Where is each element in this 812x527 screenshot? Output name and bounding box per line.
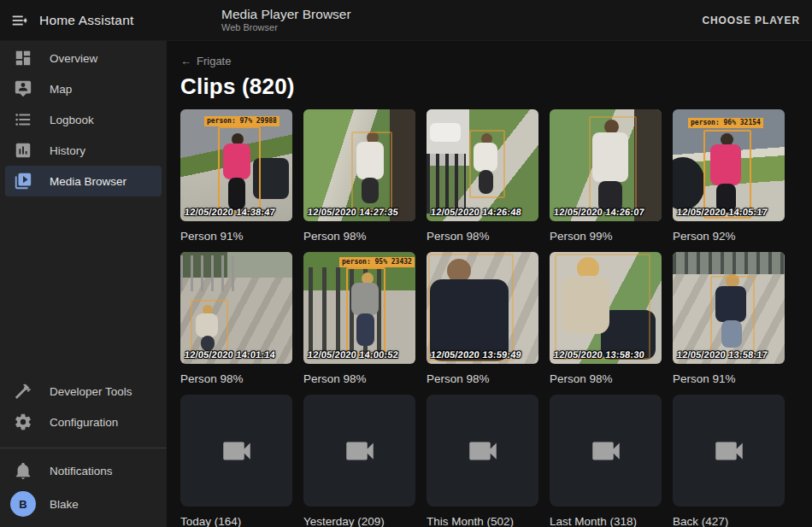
clip-item[interactable]: 12/05/2020 14:26:07 Person 99% [550, 109, 662, 245]
clip-thumbnail[interactable]: 12/05/2020 13:58:30 [550, 252, 662, 364]
timestamp-overlay: 12/05/2020 14:01:14 [184, 349, 275, 360]
timestamp-overlay: 12/05/2020 14:27:35 [307, 207, 398, 217]
clip-item[interactable]: 12/05/2020 14:01:14 Person 98% [180, 252, 292, 388]
folder-item[interactable]: Today (164) [180, 395, 292, 527]
video-camera-icon [342, 433, 378, 469]
app-header: Home Assistant Media Player Browser Web … [0, 0, 812, 41]
clip-item[interactable]: 12/05/2020 14:26:48 Person 98% [427, 109, 538, 245]
sidebar-divider [0, 448, 167, 448]
chart-box-icon [14, 141, 32, 160]
detection-label: person: 95% 23432 [339, 257, 415, 267]
detection-bounding-box [218, 126, 261, 214]
sidebar-item-label: Notifications [50, 465, 113, 477]
clip-thumbnail[interactable]: 12/05/2020 13:59:49 [427, 252, 538, 364]
clip-thumbnail[interactable]: person: 97% 29988 12/05/2020 14:38:47 [180, 109, 292, 221]
sidebar-item-developer-tools[interactable]: Developer Tools [5, 376, 162, 407]
media-player-subtitle: Web Browser [221, 22, 351, 33]
choose-player-button[interactable]: CHOOSE PLAYER [702, 15, 800, 26]
clip-thumbnail[interactable]: 12/05/2020 14:01:14 [180, 252, 292, 364]
clip-thumbnail[interactable]: 12/05/2020 13:58:17 [673, 252, 785, 364]
clip-item[interactable]: person: 97% 29988 12/05/2020 14:38:47 Pe… [180, 109, 292, 245]
timestamp-overlay: 12/05/2020 13:58:17 [676, 349, 768, 360]
clip-item[interactable]: 12/05/2020 13:58:30 Person 98% [550, 252, 662, 388]
folder-card[interactable] [550, 395, 662, 507]
page-title: Clips (820) [180, 73, 798, 100]
sidebar-item-media-browser[interactable]: Media Browser [5, 166, 162, 196]
detection-bounding-box [589, 116, 637, 215]
sidebar-item-history[interactable]: History [5, 135, 162, 166]
folder-item[interactable]: Yesterday (209) [303, 395, 415, 527]
detection-bounding-box [469, 130, 505, 198]
timestamp-overlay: 12/05/2020 13:58:30 [553, 349, 644, 360]
clip-item[interactable]: person: 96% 32154 12/05/2020 14:05:17 Pe… [673, 109, 785, 245]
sidebar-item-notifications[interactable]: Notifications [5, 455, 162, 486]
detection-bounding-box [703, 130, 751, 219]
clip-caption: Person 98% [550, 371, 662, 388]
video-camera-icon [711, 433, 747, 469]
sidebar-item-label: Overview [50, 52, 97, 65]
sidebar-item-logbook[interactable]: Logbook [5, 104, 162, 135]
back-arrow-icon [180, 55, 191, 67]
clip-thumbnail[interactable]: 12/05/2020 14:26:07 [550, 109, 662, 221]
clip-item[interactable]: person: 95% 23432 12/05/2020 14:00:52 Pe… [303, 252, 415, 388]
clip-thumbnail[interactable]: 12/05/2020 14:27:35 [303, 109, 415, 221]
sidebar-item-label: Configuration [50, 416, 118, 429]
list-bulleted-icon [14, 110, 32, 129]
sidebar-toggle-button[interactable] [0, 0, 39, 41]
folder-caption: Back (427) [673, 513, 785, 527]
clip-thumbnail[interactable]: 12/05/2020 14:26:48 [427, 109, 538, 221]
video-camera-icon [465, 433, 501, 469]
detection-bounding-box [428, 254, 514, 361]
sidebar-item-label: Map [50, 83, 72, 96]
media-browser-content: Frigate Clips (820) person: 97% 29988 12… [167, 41, 812, 527]
clip-caption: Person 99% [550, 228, 662, 245]
scene-prop [430, 123, 461, 142]
detection-label: person: 97% 29988 [204, 116, 279, 126]
detection-bounding-box [346, 267, 385, 354]
map-account-icon [14, 79, 32, 98]
sidebar-item-map[interactable]: Map [5, 73, 162, 104]
folder-caption: Yesterday (209) [303, 513, 415, 527]
clip-caption: Person 98% [303, 371, 415, 388]
sidebar-item-configuration[interactable]: Configuration [5, 407, 162, 437]
scene-layer [673, 252, 785, 274]
folder-card[interactable] [673, 395, 785, 507]
timestamp-overlay: 12/05/2020 14:26:48 [430, 207, 521, 217]
folder-caption: This Month (502) [427, 513, 538, 527]
clip-item[interactable]: 12/05/2020 13:58:17 Person 91% [673, 252, 785, 388]
scene-layer [390, 109, 415, 221]
view-dashboard-icon [14, 49, 32, 67]
folder-card[interactable] [427, 395, 538, 507]
sidebar-item-user[interactable]: B Blake [5, 486, 162, 522]
detection-bounding-box [710, 276, 755, 354]
app-title: Home Assistant [39, 13, 133, 28]
detection-bounding-box [555, 254, 650, 360]
clip-item[interactable]: 12/05/2020 13:59:49 Person 98% [427, 252, 538, 388]
clip-caption: Person 91% [673, 371, 785, 388]
folder-item[interactable]: Back (427) [673, 395, 785, 527]
clip-thumbnail[interactable]: person: 96% 32154 12/05/2020 14:05:17 [673, 109, 785, 221]
play-box-multiple-icon [14, 172, 32, 190]
folder-card[interactable] [180, 395, 292, 507]
clip-thumbnail[interactable]: person: 95% 23432 12/05/2020 14:00:52 [303, 252, 415, 364]
sidebar-item-overview[interactable]: Overview [5, 43, 162, 73]
sidebar-item-label: Logbook [50, 114, 94, 126]
video-camera-icon [588, 433, 624, 469]
gear-icon [14, 413, 32, 431]
home-assistant-app: Home Assistant Media Player Browser Web … [0, 0, 812, 527]
media-player-title: Media Player Browser [221, 7, 351, 22]
breadcrumb-back[interactable]: Frigate [180, 55, 231, 67]
clip-item[interactable]: 12/05/2020 14:27:35 Person 98% [303, 109, 415, 245]
folder-item[interactable]: Last Month (318) [550, 395, 662, 527]
folder-item[interactable]: This Month (502) [427, 395, 538, 527]
timestamp-overlay: 12/05/2020 14:26:07 [553, 207, 644, 217]
clip-caption: Person 91% [180, 228, 292, 245]
sidebar: Overview Map Logbook History Med [0, 41, 167, 527]
scene-layer [634, 109, 662, 221]
detection-bounding-box [351, 132, 392, 210]
detection-label: person: 96% 32154 [688, 118, 763, 128]
toolbar: Media Player Browser Web Browser CHOOSE … [167, 7, 812, 33]
folder-card[interactable] [303, 395, 415, 507]
sidebar-item-label: Media Browser [50, 175, 127, 188]
clip-caption: Person 92% [673, 228, 785, 245]
